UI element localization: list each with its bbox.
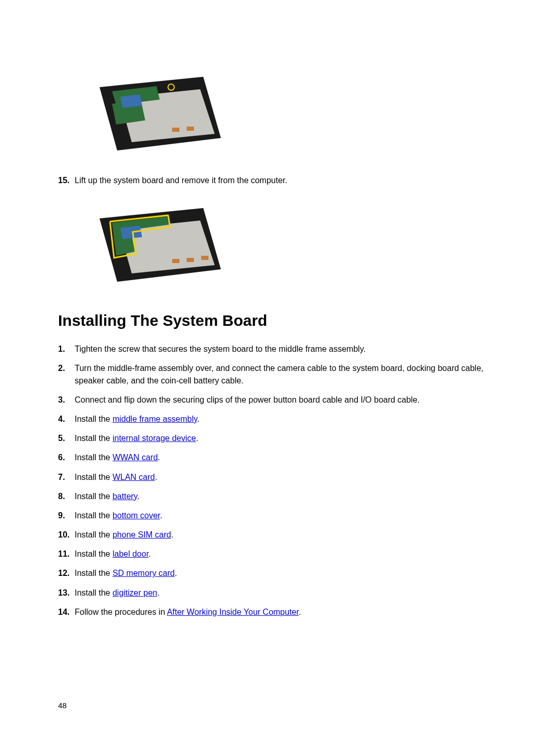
link-phone-sim-card[interactable]: phone SIM card (113, 530, 171, 539)
step-number: 15. (58, 174, 75, 186)
step-number: 12. (58, 567, 75, 579)
svg-rect-6 (187, 127, 194, 131)
step-text: Install the phone SIM card. (75, 529, 502, 541)
text-prefix: Install the (75, 511, 113, 520)
text-prefix: Install the (75, 473, 113, 481)
text-prefix: Install the (75, 434, 113, 443)
install-step-8: 8. Install the battery. (58, 490, 502, 502)
svg-rect-13 (187, 258, 194, 262)
install-step-12: 12. Install the SD memory card. (58, 567, 502, 579)
text-prefix: Install the (75, 530, 113, 539)
figure-system-board-screw (94, 73, 502, 156)
text-suffix: . (299, 608, 301, 616)
step-text: Follow the procedures in After Working I… (75, 606, 502, 618)
step-text: Install the label door. (75, 548, 502, 560)
text-suffix: . (196, 434, 198, 443)
removal-step-15: 15. Lift up the system board and remove … (58, 174, 502, 186)
step-number: 3. (58, 394, 75, 406)
step-text: Install the WWAN card. (75, 451, 502, 463)
step-text: Install the middle frame assembly. (75, 413, 502, 425)
step-text: Lift up the system board and remove it f… (75, 174, 502, 186)
page-number: 48 (58, 701, 67, 710)
text-suffix: . (197, 415, 199, 423)
step-text: Install the bottom cover. (75, 509, 502, 521)
install-step-2: 2. Turn the middle-frame assembly over, … (58, 362, 502, 386)
link-wwan-card[interactable]: WWAN card (113, 453, 158, 462)
step-number: 5. (58, 432, 75, 444)
text-suffix: . (171, 530, 173, 539)
install-step-1: 1. Tighten the screw that secures the sy… (58, 343, 502, 355)
section-heading-installing-system-board: Installing The System Board (58, 312, 502, 329)
step-number: 13. (58, 587, 75, 599)
install-step-13: 13. Install the digitizer pen. (58, 587, 502, 599)
step-text: Turn the middle-frame assembly over, and… (75, 362, 502, 386)
link-sd-memory-card[interactable]: SD memory card (113, 569, 175, 577)
install-step-10: 10. Install the phone SIM card. (58, 529, 502, 541)
install-step-6: 6. Install the WWAN card. (58, 451, 502, 463)
install-step-11: 11. Install the label door. (58, 548, 502, 560)
step-text: Install the SD memory card. (75, 567, 502, 579)
step-number: 2. (58, 362, 75, 386)
step-text: Tighten the screw that secures the syste… (75, 343, 502, 355)
step-text: Connect and flip down the securing clips… (75, 394, 502, 406)
step-number: 4. (58, 413, 75, 425)
text-suffix: . (175, 569, 177, 577)
text-prefix: Install the (75, 549, 113, 558)
text-prefix: Install the (75, 415, 113, 423)
step-text: Install the internal storage device. (75, 432, 502, 444)
link-internal-storage-device[interactable]: internal storage device (113, 434, 196, 443)
install-step-4: 4. Install the middle frame assembly. (58, 413, 502, 425)
install-step-7: 7. Install the WLAN card. (58, 471, 502, 483)
link-middle-frame-assembly[interactable]: middle frame assembly (113, 415, 197, 423)
text-suffix: . (155, 473, 157, 481)
text-suffix: . (160, 511, 162, 520)
text-suffix: . (157, 588, 159, 597)
step-number: 8. (58, 490, 75, 502)
manual-page: 15. Lift up the system board and remove … (0, 0, 560, 744)
install-step-14: 14. Follow the procedures in After Worki… (58, 606, 502, 618)
install-step-9: 9. Install the bottom cover. (58, 509, 502, 521)
svg-rect-12 (172, 259, 179, 263)
step-number: 14. (58, 606, 75, 618)
link-wlan-card[interactable]: WLAN card (113, 473, 155, 481)
svg-rect-5 (172, 128, 179, 132)
figure-system-board-removal (94, 204, 502, 287)
link-after-working-inside[interactable]: After Working Inside Your Computer (167, 608, 299, 616)
svg-marker-11 (120, 226, 142, 239)
step-text: Install the battery. (75, 490, 502, 502)
step-text: Install the digitizer pen. (75, 587, 502, 599)
install-step-5: 5. Install the internal storage device. (58, 432, 502, 444)
link-digitizer-pen[interactable]: digitizer pen (113, 588, 157, 597)
text-suffix: . (158, 453, 160, 462)
step-number: 1. (58, 343, 75, 355)
text-prefix: Install the (75, 453, 113, 462)
text-prefix: Install the (75, 492, 113, 501)
text-prefix: Install the (75, 569, 113, 577)
text-prefix: Follow the procedures in (75, 608, 167, 616)
svg-marker-4 (120, 94, 142, 108)
install-step-3: 3. Connect and flip down the securing cl… (58, 394, 502, 406)
step-number: 6. (58, 451, 75, 463)
text-suffix: . (137, 492, 139, 501)
text-suffix: . (148, 549, 150, 558)
svg-rect-14 (201, 256, 208, 260)
link-battery[interactable]: battery (113, 492, 137, 501)
link-bottom-cover[interactable]: bottom cover (113, 511, 160, 520)
step-number: 11. (58, 548, 75, 560)
text-prefix: Install the (75, 588, 113, 597)
link-label-door[interactable]: label door (113, 549, 148, 558)
step-number: 10. (58, 529, 75, 541)
step-number: 7. (58, 471, 75, 483)
step-number: 9. (58, 509, 75, 521)
step-text: Install the WLAN card. (75, 471, 502, 483)
